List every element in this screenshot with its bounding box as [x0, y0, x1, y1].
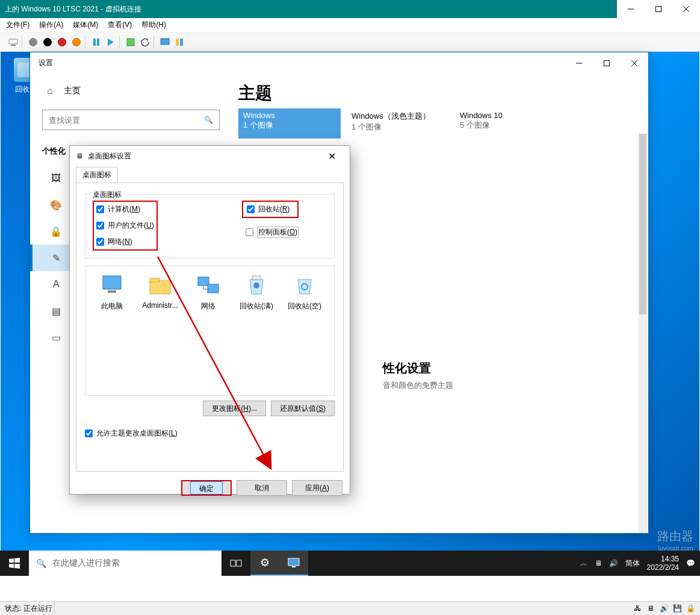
svg-rect-12	[198, 277, 209, 286]
brush-icon: ✎	[51, 252, 61, 263]
scrollbar[interactable]	[638, 134, 648, 533]
menu-action[interactable]: 操作(A)	[39, 20, 63, 30]
status-display-icon: 🖥	[646, 604, 655, 613]
menu-view[interactable]: 查看(V)	[108, 20, 132, 30]
tray-ime-label[interactable]: 简体	[625, 558, 640, 569]
tray-date: 2022/2/24	[647, 563, 679, 572]
cancel-button[interactable]: 取消	[237, 480, 287, 496]
tray-volume-icon[interactable]: 🔊	[609, 559, 618, 567]
checkbox-controlpanel[interactable]: 控制面板(O)	[246, 226, 299, 238]
apply-button[interactable]: 应用(A)	[292, 480, 342, 496]
svg-rect-3	[127, 39, 134, 46]
svg-rect-21	[292, 566, 296, 567]
fieldset-legend: 桌面图标	[90, 190, 124, 200]
tray-notifications-icon[interactable]: 💬	[686, 559, 695, 567]
preview-admin[interactable]: Administr...	[138, 272, 182, 310]
taskbar: 🔍 在此键入进行搜索 ⚙ ︿ 🖥 🔊 简体 14:35 2022/2/24 💬	[0, 551, 700, 576]
theme-card-windows[interactable]: Windows 1 个图像	[238, 108, 341, 139]
dialog-title: 桌面图标设置	[88, 151, 131, 161]
tray-display-icon[interactable]: 🖥	[595, 559, 602, 567]
search-icon: 🔍	[36, 558, 46, 568]
preview-thispc[interactable]: 此电脑	[90, 272, 134, 311]
svg-rect-20	[288, 558, 299, 566]
save-button-icon[interactable]	[70, 36, 82, 48]
maximize-button[interactable]	[645, 0, 672, 18]
taskbar-search[interactable]: 🔍 在此键入进行搜索	[29, 551, 221, 576]
status-disk-icon: 💾	[672, 604, 682, 613]
svg-rect-1	[9, 39, 17, 44]
vm-toolbar	[0, 33, 700, 52]
watermark: 路由器 luyouqi.com	[657, 528, 693, 552]
restore-defaults-button[interactable]: 还原默认值(S)	[271, 401, 335, 416]
scrollbar-thumb[interactable]	[639, 134, 646, 314]
status-lock-icon: 🔒	[686, 604, 695, 613]
settings-home-label: 主页	[64, 86, 81, 96]
icon-preview-list[interactable]: 此电脑 Administr... 网络 回收站(满) 回收站(空)	[85, 266, 335, 396]
start-button[interactable]	[0, 551, 29, 576]
reset-button-icon[interactable]	[105, 36, 117, 48]
svg-rect-19	[237, 560, 241, 566]
ctrl-alt-del-icon[interactable]	[7, 36, 19, 48]
dialog-titlebar[interactable]: 🖥 桌面图标设置 ✕	[70, 146, 350, 166]
start-button-icon[interactable]	[27, 36, 39, 48]
svg-rect-8	[103, 276, 121, 289]
status-network-icon: 🖧	[633, 604, 642, 613]
ok-button[interactable]: 确定	[181, 480, 232, 496]
checkpoint-icon[interactable]	[125, 36, 137, 48]
more-settings-sub: 音和颜色的免费主题	[383, 380, 633, 391]
settings-search-input[interactable]	[49, 116, 204, 125]
taskbar-settings-icon[interactable]: ⚙	[250, 551, 279, 576]
search-icon: 🔍	[204, 116, 213, 124]
settings-search[interactable]: 🔍	[42, 110, 220, 130]
pause-button-icon[interactable]	[90, 36, 102, 48]
status-text: 状态: 正在运行	[5, 604, 52, 614]
close-button[interactable]	[672, 0, 700, 18]
settings-home-link[interactable]: ⌂ 主页	[42, 80, 211, 102]
checkbox-computer[interactable]: 计算机(M)	[96, 204, 154, 214]
settings-maximize[interactable]	[593, 54, 621, 72]
highlight-box-left: 计算机(M) 用户的文件(U) 网络(N)	[93, 201, 158, 251]
theme-card-windows10[interactable]: Windows 10 5 个图像	[455, 108, 557, 139]
theme-card-windows-light[interactable]: Windows（浅色主题） 1 个图像	[347, 108, 449, 139]
checkbox-userfiles[interactable]: 用户的文件(U)	[96, 220, 154, 231]
share-icon[interactable]	[173, 36, 185, 48]
svg-rect-2	[11, 45, 16, 46]
vm-titlebar: 上的 Windows 10 LTSC 2021 - 虚拟机连接	[0, 0, 700, 18]
svg-rect-9	[108, 290, 116, 293]
settings-titlebar[interactable]: 设置	[30, 52, 648, 73]
checkbox-network[interactable]: 网络(N)	[96, 237, 154, 247]
task-view-button[interactable]	[221, 551, 250, 576]
tab-desktop-icons[interactable]: 桌面图标	[76, 167, 118, 183]
turnoff-button-icon[interactable]	[42, 36, 54, 48]
preview-recycle-full[interactable]: 回收站(满)	[235, 272, 278, 311]
tray-clock[interactable]: 14:35 2022/2/24	[647, 555, 679, 572]
checkbox-allow-themes[interactable]: 允许主题更改桌面图标(L)	[85, 428, 335, 439]
menu-media[interactable]: 媒体(M)	[73, 20, 98, 30]
svg-rect-18	[231, 560, 235, 566]
dialog-close-button[interactable]: ✕	[320, 151, 344, 162]
checkbox-recycle[interactable]: 回收站(R)	[247, 204, 294, 214]
vm-title-text: 上的 Windows 10 LTSC 2021 - 虚拟机连接	[5, 4, 617, 14]
desktop[interactable]: 回收站 设置 ⌂ 主页 🔍	[1, 52, 699, 576]
tray-time: 14:35	[647, 555, 679, 563]
status-icons: 🖧 🖥 🔊 💾 🔒	[633, 604, 695, 613]
taskbar-display-icon[interactable]	[279, 551, 308, 576]
vm-statusbar: 状态: 正在运行 🖧 🖥 🔊 💾 🔒	[0, 601, 700, 615]
preview-network[interactable]: 网络	[187, 272, 230, 311]
system-tray: ︿ 🖥 🔊 简体 14:35 2022/2/24 💬	[575, 555, 700, 572]
menu-file[interactable]: 文件(F)	[6, 20, 29, 30]
svg-rect-5	[176, 39, 179, 46]
revert-icon[interactable]	[139, 36, 151, 48]
settings-close[interactable]	[621, 54, 648, 72]
palette-icon: 🎨	[51, 199, 61, 210]
menu-help[interactable]: 帮助(H)	[141, 20, 166, 30]
settings-minimize[interactable]	[565, 54, 593, 72]
change-icon-button[interactable]: 更改图标(H)...	[203, 401, 266, 416]
minimize-button[interactable]	[617, 0, 645, 18]
svg-rect-0	[656, 7, 661, 12]
shutdown-button-icon[interactable]	[56, 36, 68, 48]
dialog-footer: 确定 取消 应用(A)	[70, 475, 350, 501]
preview-recycle-empty[interactable]: 回收站(空)	[283, 272, 326, 311]
tray-chevron-icon[interactable]: ︿	[580, 558, 587, 569]
enhanced-session-icon[interactable]	[159, 36, 171, 48]
